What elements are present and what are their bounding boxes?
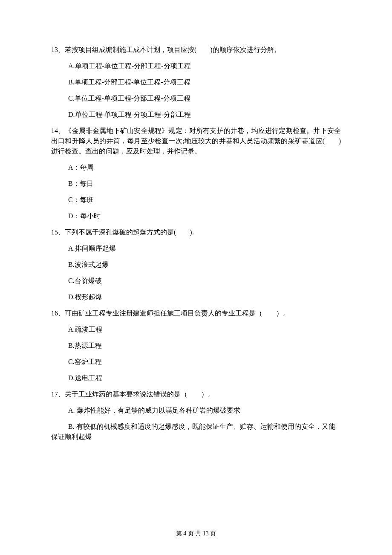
option-a: A.疏浚工程: [68, 324, 341, 335]
question-14: 14、《金属非金属地下矿山安全规程》规定：对所有支护的井巷，均应进行定期检查。井…: [51, 126, 341, 221]
option-b-line1: B. 有较低的机械感度和适度的起爆感度，既能保证生产、贮存、运输和使用的安全，又…: [51, 423, 335, 440]
question-body: 可由矿业工程专业注册建造师担任施工项目负责人的专业工程是（ ）。: [65, 309, 290, 317]
question-body: 《金属非金属地下矿山安全规程》规定：对所有支护的井巷，均应进行定期检查。井下安全…: [51, 127, 341, 155]
question-text: 16、可由矿业工程专业注册建造师担任施工项目负责人的专业工程是（ ）。: [51, 308, 341, 318]
option-c: C.窑炉工程: [68, 357, 341, 367]
question-text: 15、下列不属于深孔爆破的起爆方式的是( )。: [51, 227, 341, 237]
question-text: 13、若按项目组成编制施工成本计划，项目应按( )的顺序依次进行分解。: [51, 45, 341, 55]
option-b: B.热源工程: [68, 341, 341, 351]
options-list: A：每周 B：每日 C：每班 D：每小时: [51, 162, 341, 221]
question-body: 关于工业炸药的基本要求说法错误的是（ ）。: [65, 390, 215, 398]
option-a: A：每周: [68, 162, 341, 173]
page-footer: 第 4 页 共 13 页: [0, 529, 392, 538]
options-list: A.单项工程-单位工程-分部工程-分项工程 B.单项工程-分部工程-单位工程-分…: [51, 61, 341, 120]
question-17: 17、关于工业炸药的基本要求说法错误的是（ ）。 A. 爆炸性能好，有足够的威力…: [51, 389, 341, 442]
option-c: C：每班: [68, 195, 341, 205]
option-d: D.楔形起爆: [68, 292, 341, 302]
question-13: 13、若按项目组成编制施工成本计划，项目应按( )的顺序依次进行分解。 A.单项…: [51, 45, 341, 120]
question-text: 14、《金属非金属地下矿山安全规程》规定：对所有支护的井巷，均应进行定期检查。井…: [51, 126, 341, 156]
question-number: 14、: [51, 127, 65, 134]
option-d: D：每小时: [68, 211, 341, 221]
option-a: A. 爆炸性能好，有足够的威力以满足各种矿岩的爆破要求: [68, 405, 341, 416]
option-c: C.单位工程-单项工程-分部工程-分项工程: [68, 93, 341, 104]
option-b: B.单项工程-分部工程-单位工程-分项工程: [68, 77, 341, 87]
option-d: D.送电工程: [68, 373, 341, 383]
question-body: 下列不属于深孔爆破的起爆方式的是( )。: [65, 228, 199, 236]
option-c: C.台阶爆破: [68, 276, 341, 286]
question-number: 15、: [51, 228, 65, 236]
options-list: A.排间顺序起爆 B.波浪式起爆 C.台阶爆破 D.楔形起爆: [51, 243, 341, 302]
option-b: B.波浪式起爆: [68, 260, 341, 270]
question-16: 16、可由矿业工程专业注册建造师担任施工项目负责人的专业工程是（ ）。 A.疏浚…: [51, 308, 341, 383]
question-number: 17、: [51, 390, 65, 398]
option-b: B. 有较低的机械感度和适度的起爆感度，既能保证生产、贮存、运输和使用的安全，又…: [51, 422, 341, 442]
question-15: 15、下列不属于深孔爆破的起爆方式的是( )。 A.排间顺序起爆 B.波浪式起爆…: [51, 227, 341, 302]
options-list: A.疏浚工程 B.热源工程 C.窑炉工程 D.送电工程: [51, 324, 341, 383]
option-a: A.排间顺序起爆: [68, 243, 341, 254]
question-number: 16、: [51, 309, 65, 317]
question-text: 17、关于工业炸药的基本要求说法错误的是（ ）。: [51, 389, 341, 399]
option-b: B：每日: [68, 179, 341, 189]
option-a: A.单项工程-单位工程-分部工程-分项工程: [68, 61, 341, 71]
option-d: D.单位工程-单项工程-分项工程-分部工程: [68, 110, 341, 120]
question-body: 若按项目组成编制施工成本计划，项目应按( )的顺序依次进行分解。: [65, 46, 281, 53]
options-list: A. 爆炸性能好，有足够的威力以满足各种矿岩的爆破要求 B. 有较低的机械感度和…: [51, 405, 341, 442]
question-number: 13、: [51, 46, 65, 53]
document-page: 13、若按项目组成编制施工成本计划，项目应按( )的顺序依次进行分解。 A.单项…: [0, 0, 392, 555]
